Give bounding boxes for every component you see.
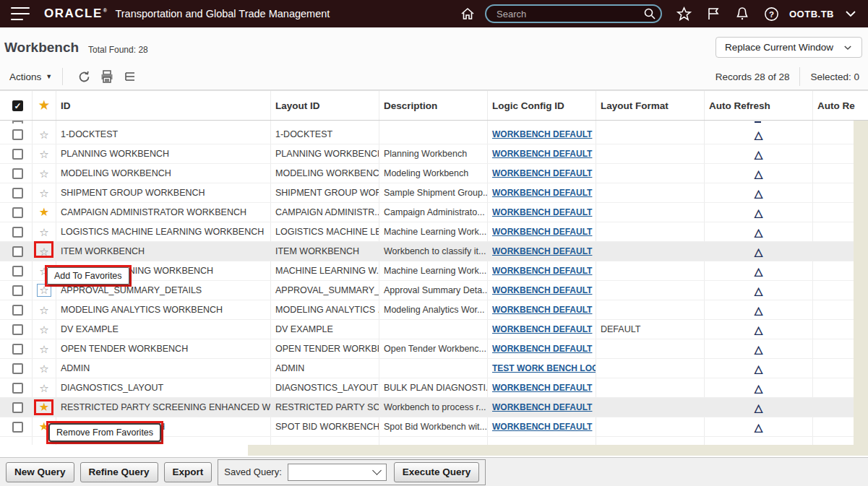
favorite-star-outline-icon[interactable]: ☆ [39, 383, 48, 394]
logic-config-link[interactable]: WORKBENCH DEFAULT [492, 266, 592, 276]
auto-refresh-triangle-icon[interactable]: △ [755, 344, 763, 355]
favorite-star-outline-icon[interactable]: ☆ [39, 188, 48, 199]
favorite-star-outline-icon[interactable]: ☆ [39, 168, 48, 179]
refresh-icon[interactable] [77, 70, 91, 84]
user-chevron-down-icon[interactable] [843, 6, 858, 21]
logic-config-link[interactable]: WORKBENCH DEFAULT [492, 168, 592, 178]
favorite-star-filled-icon[interactable]: ★ [39, 207, 49, 218]
saved-query-select[interactable] [288, 464, 387, 481]
favorite-star-outline-icon[interactable]: ☆ [39, 227, 48, 238]
table-row[interactable]: ☆ITEM WORKBENCHITEM WORKBENCHWorkbench t… [0, 242, 868, 261]
column-header-layout-format[interactable]: Layout Format [596, 91, 705, 120]
auto-refresh-triangle-icon[interactable]: △ [755, 227, 763, 238]
row-checkbox[interactable] [12, 246, 23, 257]
column-header-logic-config-id[interactable]: Logic Config ID [488, 91, 596, 120]
auto-refresh-triangle-icon[interactable]: △ [755, 422, 763, 433]
logic-config-link[interactable]: WORKBENCH DEFAULT [492, 344, 592, 354]
select-all-checkbox[interactable]: ✓ [12, 100, 23, 111]
column-header-auto-refresh[interactable]: Auto Refresh [705, 91, 813, 120]
home-icon[interactable] [460, 6, 476, 22]
logic-config-link[interactable]: WORKBENCH DEFAULT [492, 422, 592, 432]
auto-refresh-triangle-icon[interactable]: △ [755, 285, 763, 296]
column-header-description[interactable]: Description [379, 91, 488, 120]
table-row[interactable]: ☆PLANNING WORKBENCHPLANNING WORKBENCHPla… [0, 144, 868, 164]
help-icon[interactable]: ? [763, 6, 780, 22]
auto-refresh-triangle-icon[interactable]: △ [755, 188, 763, 199]
row-checkbox[interactable] [12, 305, 23, 316]
favorite-star-outline-icon[interactable]: ☆ [39, 305, 48, 316]
logic-config-link[interactable]: WORKBENCH DEFAULT [492, 246, 592, 256]
row-checkbox[interactable] [12, 285, 23, 296]
hamburger-menu-icon[interactable] [11, 7, 30, 20]
favorite-star-outline-icon[interactable]: ☆ [39, 363, 48, 374]
column-header-id[interactable]: ID [56, 91, 271, 120]
row-checkbox[interactable] [12, 207, 23, 218]
table-row[interactable]: ☆MODELING ANALYTICS WORKBENCHMODELING AN… [0, 300, 868, 320]
table-scrollbar-area[interactable] [854, 121, 868, 456]
window-mode-select[interactable]: Replace Current Window [716, 37, 862, 58]
favorite-star-outline-icon[interactable]: ☆ [39, 149, 48, 160]
table-row[interactable]: ★RESTRICTED PARTY SCREENING ENHANCED WOR… [0, 398, 868, 417]
logic-config-link[interactable]: WORKBENCH DEFAULT [492, 305, 592, 315]
logic-config-link[interactable]: TEST WORK BENCH LOG... [492, 363, 596, 373]
table-row[interactable]: ☆MODELING WORKBENCHMODELING WORKBENCHMod… [0, 164, 868, 183]
row-checkbox[interactable] [12, 188, 23, 199]
print-icon[interactable] [100, 69, 114, 84]
search-icon[interactable] [643, 7, 656, 20]
favorite-star-outline-icon[interactable]: ☆ [39, 129, 48, 140]
list-view-icon[interactable] [123, 69, 137, 84]
table-row[interactable]: ☆DIAGNOSTICS_LAYOUTDIAGNOSTICS_LAYOUTBUL… [0, 378, 868, 398]
notifications-bell-icon[interactable] [734, 6, 750, 22]
user-menu[interactable]: OOTB.TB [789, 9, 834, 19]
table-row[interactable]: ☆ADMINADMINTEST WORK BENCH LOG...△ [0, 359, 868, 378]
table-row[interactable]: ★CAMPAIGN ADMINISTRATOR WORKBENCHCAMPAIG… [0, 203, 868, 222]
new-query-button[interactable]: New Query [6, 462, 74, 482]
row-checkbox[interactable] [12, 149, 23, 160]
refine-query-button[interactable]: Refine Query [80, 462, 158, 482]
favorite-star-outline-icon[interactable]: ☆ [39, 324, 48, 335]
flag-icon[interactable] [705, 6, 721, 22]
row-checkbox[interactable] [12, 324, 23, 335]
row-checkbox[interactable] [12, 402, 23, 413]
logic-config-link[interactable]: WORKBENCH DEFAULT [492, 383, 592, 393]
logic-config-link[interactable]: WORKBENCH DEFAULT [492, 227, 592, 237]
auto-refresh-triangle-icon[interactable]: △ [755, 129, 763, 140]
row-checkbox[interactable] [12, 422, 23, 433]
auto-refresh-triangle-icon[interactable]: △ [755, 324, 763, 335]
logic-config-link[interactable]: WORKBENCH DEFAULT [492, 129, 592, 139]
table-row[interactable]: ☆LOGISTICS MACHINE LEARNING WORKBENCHLOG… [0, 222, 868, 242]
table-row[interactable]: ☆SHIPMENT GROUP WORKBENCHSHIPMENT GROUP … [0, 183, 868, 203]
actions-menu-button[interactable]: Actions ▼ [9, 71, 52, 82]
row-checkbox[interactable] [12, 227, 23, 238]
row-checkbox[interactable] [12, 383, 23, 394]
table-row[interactable]: ☆OPEN TENDER WORKBENCHOPEN TENDER WORKBE… [0, 339, 868, 359]
row-checkbox[interactable] [12, 363, 23, 374]
logic-config-link[interactable]: WORKBENCH DEFAULT [492, 285, 592, 295]
auto-refresh-triangle-icon[interactable]: △ [755, 168, 763, 179]
column-header-auto-re[interactable]: Auto Re [813, 91, 868, 120]
logic-config-link[interactable]: WORKBENCH DEFAULT [492, 324, 592, 334]
favorite-star-outline-icon[interactable]: ☆ [39, 246, 48, 257]
row-checkbox[interactable] [12, 129, 23, 140]
search-input[interactable] [485, 4, 662, 23]
logic-config-link[interactable]: WORKBENCH DEFAULT [492, 188, 592, 198]
auto-refresh-triangle-icon[interactable]: △ [755, 207, 763, 218]
favorites-column-star-icon[interactable]: ★ [39, 100, 49, 111]
auto-refresh-triangle-icon[interactable]: △ [755, 402, 763, 413]
logic-config-link[interactable]: WORKBENCH DEFAULT [492, 402, 592, 412]
table-row[interactable]: ☆DV EXAMPLEDV EXAMPLEWORKBENCH DEFAULTDE… [0, 320, 868, 339]
auto-refresh-triangle-icon[interactable]: △ [755, 266, 763, 277]
export-button[interactable]: Export [164, 462, 212, 482]
auto-refresh-triangle-icon[interactable]: △ [755, 363, 763, 374]
table-row[interactable]: ☆1-DOCKTEST1-DOCKTESTWORKBENCH DEFAULT△ [0, 125, 868, 144]
logic-config-link[interactable]: WORKBENCH DEFAULT [492, 149, 592, 159]
favorite-star-outline-icon[interactable]: ☆ [39, 344, 48, 355]
favorites-star-icon[interactable] [676, 6, 692, 22]
row-checkbox[interactable] [12, 266, 23, 277]
column-header-layout-id[interactable]: Layout ID [271, 91, 379, 120]
row-checkbox[interactable] [12, 168, 23, 179]
favorite-star-filled-icon[interactable]: ★ [39, 402, 49, 413]
auto-refresh-triangle-icon[interactable]: △ [755, 383, 763, 394]
auto-refresh-triangle-icon[interactable]: △ [755, 149, 763, 160]
row-checkbox[interactable] [12, 344, 23, 355]
